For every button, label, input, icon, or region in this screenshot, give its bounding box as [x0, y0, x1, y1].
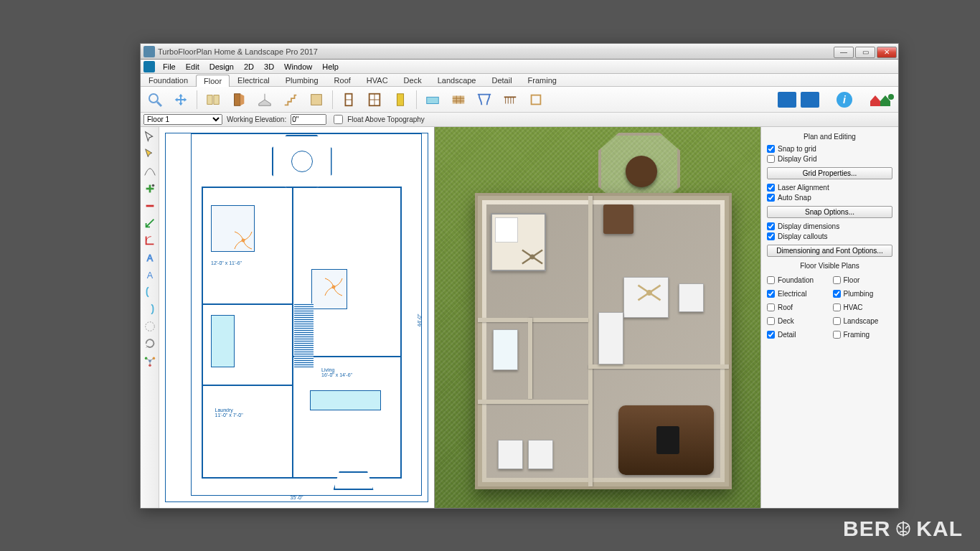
display-grid-checkbox[interactable] [767, 155, 775, 163]
ceiling-fan-icon [231, 228, 255, 253]
fv-floor-checkbox[interactable] [833, 276, 841, 284]
tab-deck[interactable]: Deck [396, 74, 430, 86]
tile-icon[interactable] [448, 90, 468, 110]
svg-rect-9 [397, 93, 403, 105]
tab-floor[interactable]: Floor [196, 75, 230, 87]
minimize-button[interactable]: — [834, 47, 854, 58]
float-topography-label: Float Above Topography [347, 116, 425, 123]
book-tool-icon[interactable] [203, 90, 223, 110]
remove-point-icon[interactable] [143, 199, 157, 213]
close-button[interactable]: ✕ [877, 47, 897, 58]
info-icon[interactable]: i [837, 92, 852, 108]
svg-point-18 [151, 184, 154, 187]
view-2d-icon[interactable] [778, 92, 796, 108]
pointer-select-icon[interactable] [143, 147, 157, 161]
plan-outline: 12'-0" x 11'-6" Living 16'-0" x 14'-6" L… [165, 133, 428, 502]
window-double-icon[interactable] [364, 90, 385, 110]
fv-plumbing-checkbox[interactable] [833, 290, 841, 298]
fv-roof-checkbox[interactable] [767, 303, 775, 311]
window-single-icon[interactable] [339, 90, 359, 110]
fv-framing-label: Framing [844, 331, 870, 339]
curtain-icon[interactable] [474, 90, 494, 110]
house-style-icon[interactable] [870, 93, 894, 107]
frame-icon[interactable] [526, 90, 546, 110]
svg-rect-11 [453, 95, 465, 103]
cycle-icon[interactable] [143, 336, 157, 351]
armchair-3d [679, 283, 704, 313]
display-callouts-checkbox[interactable] [767, 232, 775, 240]
menu-edit[interactable]: Edit [181, 62, 204, 71]
tab-electrical[interactable]: Electrical [230, 74, 278, 86]
dim-living: Living 16'-0" x 14'-6" [321, 367, 352, 377]
view-3d-icon[interactable] [801, 92, 819, 108]
fv-electrical-label: Electrical [778, 290, 807, 298]
dim-font-options-button[interactable]: Dimensioning and Font Options... [767, 245, 892, 257]
fv-hvac-checkbox[interactable] [833, 303, 841, 311]
ceiling-fan-3d-1 [518, 242, 547, 271]
plan-3d-viewport[interactable] [435, 127, 760, 508]
tab-detail[interactable]: Detail [484, 74, 519, 86]
snap-options-button[interactable]: Snap Options... [767, 206, 892, 218]
stairs-icon[interactable] [281, 90, 301, 110]
bracket-left-icon[interactable] [143, 285, 157, 299]
carpet-icon[interactable] [423, 90, 443, 110]
fv-deck-checkbox[interactable] [767, 317, 775, 325]
tab-plumbing[interactable]: Plumbing [278, 74, 326, 86]
laser-alignment-checkbox[interactable] [767, 184, 775, 192]
tab-foundation[interactable]: Foundation [141, 74, 196, 86]
fv-electrical-checkbox[interactable] [767, 290, 775, 298]
text-a-icon[interactable]: A [143, 250, 157, 265]
display-dimensions-checkbox[interactable] [767, 222, 775, 230]
cabinet-icon[interactable] [306, 90, 326, 110]
menu-design[interactable]: Design [204, 62, 239, 71]
angle-icon[interactable] [143, 233, 157, 248]
auto-snap-label: Auto Snap [778, 194, 811, 202]
door-tool-icon[interactable] [229, 90, 249, 110]
floor-select[interactable]: Floor 1 [143, 114, 222, 125]
auto-snap-checkbox[interactable] [767, 194, 775, 202]
wall-box-icon[interactable] [255, 90, 275, 110]
fv-landscape-checkbox[interactable] [833, 317, 841, 325]
menu-window[interactable]: Window [279, 62, 317, 71]
washer-3d [498, 440, 523, 469]
working-elevation-input[interactable] [291, 114, 326, 125]
menu-help[interactable]: Help [317, 62, 344, 71]
tab-landscape[interactable]: Landscape [430, 74, 484, 86]
pointer-icon[interactable] [143, 130, 157, 144]
zoom-tool-icon[interactable] [145, 90, 165, 110]
stairs-3d [598, 312, 623, 364]
menu-file[interactable]: File [158, 62, 181, 71]
curve-line-icon[interactable] [143, 164, 157, 179]
bay-window-2d [334, 471, 374, 490]
fv-foundation-checkbox[interactable] [767, 276, 775, 284]
svg-point-15 [888, 94, 894, 100]
menu-3d[interactable]: 3D [259, 62, 279, 71]
svg-rect-10 [427, 97, 439, 103]
maximize-button[interactable]: ▭ [855, 47, 875, 58]
svg-point-22 [145, 322, 154, 331]
menu-2d[interactable]: 2D [239, 62, 259, 71]
dotted-circle-icon[interactable] [143, 319, 157, 334]
door-yellow-icon[interactable] [390, 90, 410, 110]
tab-roof[interactable]: Roof [326, 74, 359, 86]
arrow-diag-icon[interactable] [143, 216, 157, 230]
display-grid-label: Display Grid [778, 155, 816, 163]
add-point-icon[interactable] [143, 182, 157, 196]
snap-to-grid-checkbox[interactable] [767, 145, 775, 153]
text-a-fill-icon[interactable]: A [143, 268, 157, 282]
grid-properties-button[interactable]: Grid Properties... [767, 167, 892, 179]
dim-overall-h: 44'-0" [418, 314, 423, 326]
plan-2d-viewport[interactable]: 12'-0" x 11'-6" Living 16'-0" x 14'-6" L… [159, 127, 435, 508]
svg-rect-3 [311, 94, 322, 105]
molecule-icon[interactable] [143, 354, 157, 368]
tab-hvac[interactable]: HVAC [359, 74, 396, 86]
railing-icon[interactable] [500, 90, 520, 110]
tab-framing[interactable]: Framing [520, 74, 565, 86]
fv-framing-checkbox[interactable] [833, 331, 841, 339]
bracket-right-icon[interactable] [143, 302, 157, 316]
ceiling-fan-3d-2 [633, 277, 665, 309]
wall-center-v [588, 196, 593, 486]
fv-detail-checkbox[interactable] [767, 331, 775, 339]
pan-tool-icon[interactable] [171, 90, 191, 110]
float-topography-checkbox[interactable] [334, 114, 343, 125]
